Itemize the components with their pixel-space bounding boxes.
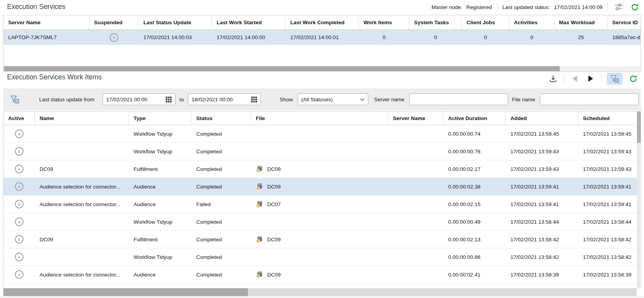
divider [601, 74, 602, 83]
table-row[interactable]: × Workflow Tidyup Completed 0.00:00:00.4… [4, 213, 640, 231]
circled-x-icon: × [15, 200, 24, 208]
column-header-max-workload[interactable]: Max Workload [554, 15, 608, 29]
suspended-cell: × [89, 30, 139, 45]
column-header-last-work-completed[interactable]: Last Work Completed [286, 15, 359, 29]
refresh-icon[interactable] [628, 73, 639, 84]
column-header-active-duration[interactable]: Active Duration [443, 111, 506, 125]
scrollbar-corner [637, 288, 641, 296]
type-cell: Audience [129, 184, 192, 190]
circled-x-icon: × [15, 270, 24, 279]
calendar-icon[interactable] [251, 96, 257, 103]
scrollbar-thumb[interactable] [637, 111, 641, 143]
last-updated-label: Last updated status: [503, 4, 550, 10]
table-row-selected[interactable]: × Audience selection for connector... Au… [4, 178, 640, 196]
filter-funnel-icon [10, 88, 20, 110]
active-cell: × [4, 129, 35, 138]
active-duration-cell: 0.00:00:02.17 [443, 166, 506, 172]
column-header-system-tasks[interactable]: System Tasks [409, 15, 462, 29]
column-header-last-work-started[interactable]: Last Work Started [212, 15, 286, 29]
next-page-icon[interactable] [585, 73, 596, 84]
previous-page-icon[interactable] [569, 73, 580, 84]
column-header-server-name[interactable]: Server Name [4, 15, 89, 29]
client-jobs-cell: 0 [462, 30, 509, 45]
status-dropdown-value: (All Statuses) [301, 97, 358, 102]
scrollbar-thumb[interactable] [4, 66, 560, 71]
added-cell: 17/02/2021 13:58:42 [506, 237, 578, 242]
added-cell: 17/02/2021 13:59:45 [506, 131, 578, 137]
name-cell: Audience selection for connector... [35, 272, 129, 278]
horizontal-scrollbar[interactable] [4, 66, 640, 71]
system-tasks-cell: 0 [409, 30, 462, 45]
refresh-icon[interactable] [629, 2, 640, 13]
server-name-input[interactable] [409, 93, 508, 105]
column-header-work-items[interactable]: Work Items [359, 15, 409, 29]
table-row[interactable]: × DC09 Fulfillment Completed DC09 0.00:0… [4, 231, 640, 248]
chevron-down-icon [360, 98, 365, 101]
column-header-client-jobs[interactable]: Client Jobs [462, 15, 509, 29]
circled-x-icon: × [15, 182, 24, 191]
active-cell: × [4, 217, 35, 226]
scrollbar-thumb[interactable] [4, 288, 248, 296]
table-row[interactable]: LAPTOP-7JK7SML7 × 17/02/2021 14:00:03 17… [4, 30, 640, 45]
work-items-toolbar [548, 72, 639, 86]
column-header-server-name[interactable]: Server Name [388, 111, 443, 125]
file-cell: DC07 [251, 200, 388, 208]
column-header-activities[interactable]: Activities [509, 15, 554, 29]
table-row[interactable]: × Audience selection for connector... Au… [4, 266, 640, 284]
horizontal-scrollbar[interactable] [3, 288, 641, 296]
table-row[interactable]: × DC09 Fulfillment Completed DC09 0.00:0… [4, 160, 640, 178]
table-row[interactable]: × Workflow Tidyup Completed 0.00:00:00.7… [4, 143, 640, 160]
file-cell: DC09 [251, 183, 388, 190]
last-updated-status: Last updated status: 17/02/2021 14:00:09 [503, 4, 602, 10]
from-date-label: Last status update from [39, 88, 94, 110]
column-header-suspended[interactable]: Suspended [89, 15, 139, 29]
database-file-icon [256, 235, 264, 243]
filter-toggle-button[interactable] [607, 73, 622, 85]
calendar-icon[interactable] [165, 96, 172, 103]
show-label: Show [280, 88, 293, 110]
status-cell: Completed [192, 166, 251, 172]
column-header-last-status-update[interactable]: Last Status Update [139, 15, 212, 29]
column-header-type[interactable]: Type [129, 111, 192, 125]
execution-services-table: Server Name Suspended Last Status Update… [3, 15, 641, 72]
database-file-icon [256, 183, 264, 190]
status-dropdown[interactable]: (All Statuses) [298, 93, 368, 105]
active-duration-cell: 0.00:00:00.76 [443, 149, 506, 154]
file-name-input[interactable] [540, 93, 639, 105]
activities-cell: 0 [509, 30, 554, 45]
table-header-row: Server Name Suspended Last Status Update… [4, 15, 640, 30]
type-cell: Fulfillment [129, 166, 192, 172]
file-name-label: File name [512, 88, 535, 110]
column-header-service-id[interactable]: Service ID [608, 15, 640, 29]
table-row[interactable]: × Audience selection for connector... Au… [4, 196, 640, 213]
name-cell: Audience selection for connector... [35, 201, 129, 207]
circled-x-icon: × [15, 217, 24, 226]
execution-services-app: Execution Services Master node: Register… [0, 0, 644, 298]
column-header-added[interactable]: Added [506, 111, 578, 125]
to-date-input[interactable]: 18/02/2021 00:00 [188, 93, 261, 105]
type-cell: Workflow Tidyup [129, 219, 192, 225]
file-name: DC09 [267, 237, 281, 242]
server-name-cell: LAPTOP-7JK7SML7 [4, 30, 89, 45]
column-header-file[interactable]: File [251, 111, 388, 125]
last-updated-value: 17/02/2021 14:00:09 [554, 4, 602, 10]
status-cell: Completed [192, 131, 251, 137]
column-header-name[interactable]: Name [35, 111, 129, 125]
column-header-active[interactable]: Active [4, 111, 35, 125]
active-duration-cell: 0.00:00:02.13 [443, 237, 506, 242]
column-header-status[interactable]: Status [192, 111, 251, 125]
from-date-input[interactable]: 17/02/2021 00:00 [103, 93, 175, 105]
vertical-scrollbar[interactable] [637, 111, 641, 298]
added-cell: 17/02/2021 13:59:41 [506, 201, 578, 207]
column-header-scheduled[interactable]: Scheduled [578, 111, 640, 125]
download-icon[interactable] [548, 73, 559, 84]
settings-sliders-icon[interactable] [613, 2, 624, 13]
table-row[interactable]: × Workflow Tidyup Completed 0.00:00:00.7… [4, 125, 640, 143]
type-cell: Workflow Tidyup [129, 131, 192, 137]
page-bottom-strip [0, 296, 644, 298]
last-work-completed-cell: 17/02/2021 14:00:01 [286, 30, 359, 45]
divider [608, 2, 608, 12]
server-name-label: Server name [374, 88, 404, 110]
active-duration-cell: 0.00:00:00.86 [443, 254, 506, 260]
table-row[interactable]: × Workflow Tidyup Completed 0.00:00:00.8… [4, 248, 640, 266]
